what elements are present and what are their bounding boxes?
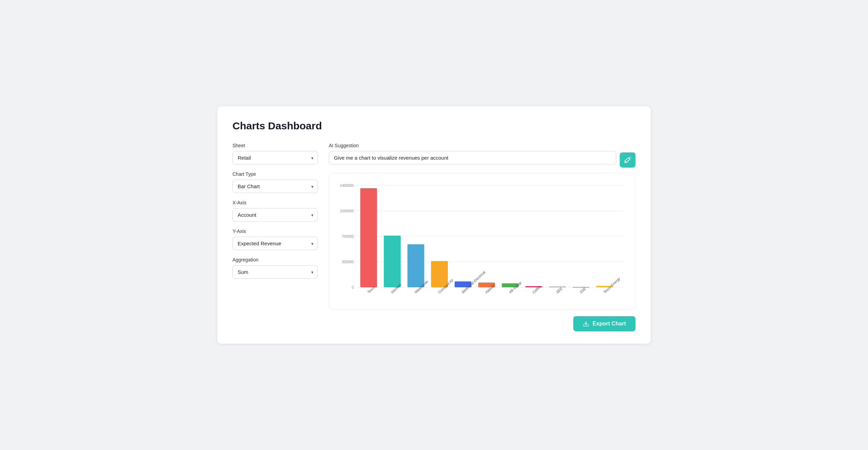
ai-suggestion-input[interactable] <box>329 151 616 164</box>
xaxis-label: X-Axis <box>232 200 318 205</box>
bar-weatherite <box>408 244 424 287</box>
sheet-select-wrapper: Retail Sales Finance ▾ <box>232 151 318 164</box>
sheet-select[interactable]: Retail Sales Finance <box>232 151 318 164</box>
main-card: Charts Dashboard Sheet Retail Sales Fina… <box>217 106 651 344</box>
yaxis-field-group: Y-Axis Expected Revenue Actual Revenue P… <box>232 228 318 250</box>
chart-area: 0 350000 700000 1050000 1400000 Tesco In… <box>336 182 627 306</box>
yaxis-select[interactable]: Expected Revenue Actual Revenue Profit <box>232 237 318 250</box>
export-chart-button[interactable]: Export Chart <box>573 316 636 331</box>
yaxis-select-wrapper: Expected Revenue Actual Revenue Profit ▾ <box>232 237 318 250</box>
chart-type-select-wrapper: Bar Chart Line Chart Pie Chart ▾ <box>232 180 318 193</box>
aggregation-field-group: Aggregation Sum Average Count Max Min ▾ <box>232 257 318 279</box>
svg-text:0: 0 <box>352 285 354 290</box>
svg-text:1400000: 1400000 <box>340 183 354 188</box>
aggregation-select-wrapper: Sum Average Count Max Min ▾ <box>232 265 318 279</box>
svg-text:350000: 350000 <box>342 260 354 264</box>
aggregation-label: Aggregation <box>232 257 318 262</box>
bar-intoheat <box>384 236 401 287</box>
magic-wand-icon <box>624 157 631 163</box>
page-title: Charts Dashboard <box>232 120 636 132</box>
yaxis-label: Y-Axis <box>232 228 318 234</box>
chart-type-field-group: Chart Type Bar Chart Line Chart Pie Char… <box>232 171 318 193</box>
ai-suggestion-button[interactable] <box>620 152 636 168</box>
bar-see <box>549 287 566 287</box>
layout: Sheet Retail Sales Finance ▾ Chart Type … <box>232 143 636 331</box>
ai-section: AI Suggestion <box>329 143 616 164</box>
export-chart-label: Export Chart <box>593 321 626 327</box>
chart-type-select[interactable]: Bar Chart Line Chart Pie Chart <box>232 180 318 193</box>
ai-suggestion-label: AI Suggestion <box>329 143 616 148</box>
right-panel: AI Suggestion <box>329 143 636 331</box>
download-icon <box>583 321 589 327</box>
svg-text:1050000: 1050000 <box>340 208 354 213</box>
sheet-field-group: Sheet Retail Sales Finance ▾ <box>232 143 318 164</box>
chart-container: 0 350000 700000 1050000 1400000 Tesco In… <box>329 173 636 309</box>
chart-type-label: Chart Type <box>232 171 318 177</box>
bar-chart-svg: 0 350000 700000 1050000 1400000 Tesco In… <box>336 182 627 306</box>
svg-text:Cellite: Cellite <box>532 284 541 294</box>
bar-sse <box>573 287 589 288</box>
export-row: Export Chart <box>329 316 636 331</box>
aggregation-select[interactable]: Sum Average Count Max Min <box>232 265 318 279</box>
xaxis-select[interactable]: Account Date Region <box>232 208 318 222</box>
xaxis-field-group: X-Axis Account Date Region ▾ <box>232 200 318 222</box>
ai-row: AI Suggestion <box>329 143 636 168</box>
svg-text:Tesco Energy: Tesco Energy <box>603 276 621 294</box>
sheet-label: Sheet <box>232 143 318 148</box>
bar-tesco <box>360 188 377 287</box>
svg-text:700000: 700000 <box>342 234 354 238</box>
xaxis-select-wrapper: Account Date Region ▾ <box>232 208 318 222</box>
left-panel: Sheet Retail Sales Finance ▾ Chart Type … <box>232 143 318 286</box>
